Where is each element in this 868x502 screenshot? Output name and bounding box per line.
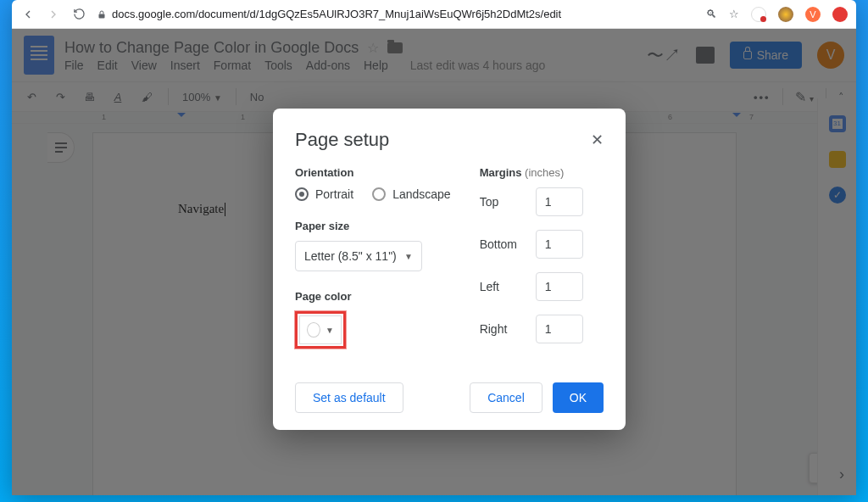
margin-top-label: Top [480,195,536,209]
reload-icon[interactable] [71,7,86,22]
orientation-portrait-radio[interactable]: Portrait [295,187,353,201]
extension-icon-3[interactable] [832,7,848,22]
ok-button[interactable]: OK [553,382,604,413]
page-color-label: Page color [295,290,451,303]
margin-left-input[interactable] [536,272,583,301]
address-bar: docs.google.com/document/d/1dgGQzEs5AUlR… [12,0,856,29]
lock-icon [97,8,107,20]
zoom-icon[interactable]: 🔍︎ [706,8,717,20]
extension-icon-2[interactable] [778,7,793,22]
page-setup-dialog: Page setup ✕ Orientation Portrait Landsc… [273,109,626,430]
margin-bottom-input[interactable] [536,230,583,259]
page-color-highlight: ▼ [295,311,346,349]
docs-app: How to Change Page Color in Google Docs … [12,29,856,495]
page-color-picker[interactable]: ▼ [299,315,342,344]
url-field[interactable]: docs.google.com/document/d/1dgGQzEs5AUlR… [97,8,696,20]
svg-rect-0 [99,14,105,18]
browser-window: docs.google.com/document/d/1dgGQzEs5AUlR… [12,0,856,495]
orientation-label: Orientation [295,166,451,179]
paper-size-select[interactable]: Letter (8.5" x 11")▼ [295,241,422,271]
close-icon[interactable]: ✕ [591,131,604,149]
margin-right-input[interactable] [536,315,583,343]
color-swatch-icon [307,322,320,337]
profile-avatar-icon[interactable]: V [805,7,821,22]
back-icon[interactable] [20,7,36,22]
margins-label: Margins (inches) [480,166,604,179]
bookmark-star-icon[interactable]: ☆ [729,8,739,20]
dialog-title: Page setup ✕ [295,129,604,151]
paper-size-label: Paper size [295,220,451,232]
extension-icon-1[interactable] [751,7,766,22]
orientation-landscape-radio[interactable]: Landscape [372,187,451,201]
margin-left-label: Left [480,280,536,293]
set-as-default-button[interactable]: Set as default [295,382,403,413]
margin-right-label: Right [480,322,536,336]
url-text: docs.google.com/document/d/1dgGQzEs5AUlR… [112,8,561,20]
margin-top-input[interactable] [536,187,583,216]
forward-icon[interactable] [46,7,61,22]
cancel-button[interactable]: Cancel [470,382,542,413]
chevron-down-icon: ▼ [326,326,334,335]
margin-bottom-label: Bottom [480,237,536,251]
